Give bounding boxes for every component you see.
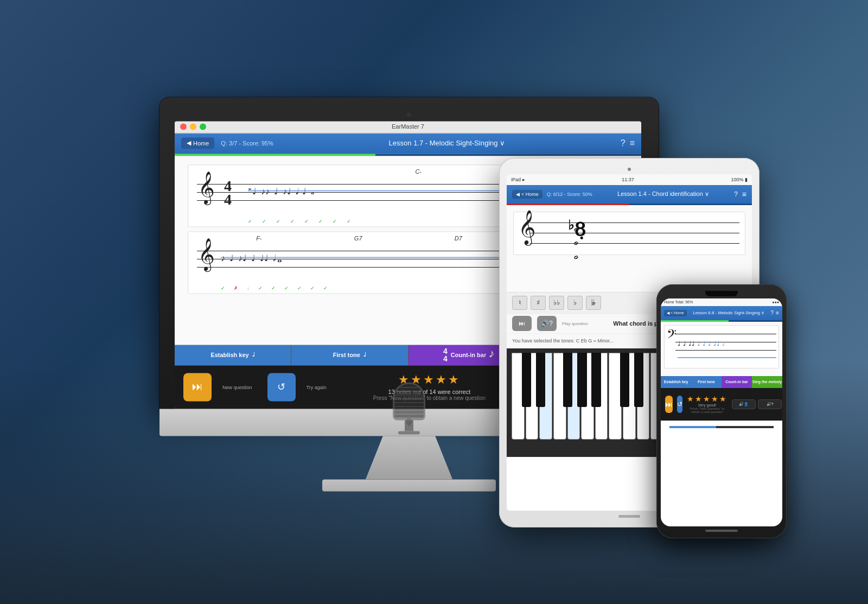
ipad-device-label: iPad ▸ — [511, 177, 525, 182]
key-c[interactable] — [512, 353, 525, 440]
key-a[interactable] — [581, 353, 594, 440]
ipad-staff: 𝄞 ♭8̣ 𝅗 𝅗 𝅗 — [513, 212, 745, 255]
iphone-results-bar: ⏭ ↺ ★★★★★ Very good! Press "New question… — [661, 388, 782, 421]
menu-icon[interactable]: ≡ — [630, 138, 635, 148]
iphone-progress-section — [661, 421, 782, 434]
music-note-icon: ♩ — [252, 351, 255, 358]
iphone-retry-icon: ↺ — [677, 400, 682, 408]
results-center: ★★★★★ 13 notes out of 14 were correct Pr… — [335, 373, 524, 401]
key-e[interactable] — [539, 353, 552, 440]
star-rating: ★★★★★ — [335, 373, 524, 387]
iphone-screen: Home Total: 56% ●●● ◀ < Home Lesson 6.8 … — [661, 298, 782, 526]
first-tone-button[interactable]: First tone ♩ — [291, 345, 407, 365]
key-f[interactable] — [553, 353, 566, 440]
back-arrow-icon: ◀ — [516, 192, 520, 197]
iphone-play-answer-btn[interactable]: 🔊👤 — [732, 399, 756, 409]
iphone-home-total: Home Total: 56% — [664, 300, 693, 304]
app-title: EarMaster 7 — [392, 123, 424, 130]
iphone-notch — [705, 291, 738, 296]
iphone-device: Home Total: 56% ●●● ◀ < Home Lesson 6.8 … — [656, 284, 787, 538]
establish-label: Establish key — [210, 352, 248, 358]
close-btn[interactable] — [180, 123, 187, 130]
new-question-button[interactable]: ⏭ — [183, 373, 212, 401]
iphone-notes: ♩ ♩ ♩♩ ♩ ♩ ♩ ♩♩ ♩ — [678, 329, 776, 359]
key-e2[interactable] — [637, 353, 650, 440]
ipad-lesson-title: Lesson 1.4 - Chord identification ∨ — [597, 190, 730, 198]
establish-key-button[interactable]: Establish key ♩ — [175, 345, 291, 365]
help-icon[interactable]: ? — [621, 138, 626, 148]
ipad-play-label: Play question — [562, 321, 588, 326]
key-d[interactable] — [526, 353, 539, 440]
iphone-new-question-button[interactable]: ⏭ — [665, 396, 673, 413]
ipad-menu-icon[interactable]: ≡ — [742, 190, 746, 199]
ipad-home-indicator — [618, 515, 640, 518]
key-d2[interactable] — [623, 353, 636, 440]
iphone-lesson-title: Lesson 6.8 - Melodic Sight-Singing ∨ — [689, 310, 769, 315]
key-g[interactable] — [567, 353, 580, 440]
first-tone-label: First tone — [333, 352, 360, 358]
key-b[interactable] — [595, 353, 608, 440]
ipad-battery: 100% ▮ — [731, 177, 748, 182]
imac-base — [322, 479, 496, 491]
iphone-establish-button[interactable]: Establish key — [661, 376, 691, 388]
iphone-home-button[interactable]: ◀ < Home — [664, 310, 687, 316]
iphone-count-button[interactable]: Count-in bar — [722, 376, 752, 388]
key-c2[interactable] — [609, 353, 622, 440]
iphone-help-icon[interactable]: ? — [771, 310, 774, 316]
iphone-first-tone-button[interactable]: First tone — [691, 376, 722, 388]
iphone-status-bar: Home Total: 56% ●●● — [661, 298, 782, 306]
ipad-play-question-btn[interactable]: 🔊? — [537, 316, 557, 331]
retry-icon: ↺ — [277, 381, 285, 393]
minimize-btn[interactable] — [190, 123, 196, 130]
iphone-home-bar — [705, 530, 738, 532]
ipad-camera — [628, 168, 631, 171]
imac-stand — [366, 436, 452, 479]
iphone-loading-bar — [669, 426, 774, 428]
treble-clef-2: 𝄞 — [198, 240, 215, 269]
iphone-sung-line — [678, 357, 776, 358]
new-question-label: New question — [222, 385, 252, 390]
iphone-sing-button[interactable]: Sing the melody — [752, 376, 782, 388]
iphone-play-buttons: 🔊👤 🔊? — [732, 399, 782, 409]
iphone-phase-buttons: Establish key First tone Count-in bar Si… — [661, 376, 782, 388]
iphone-toolbar: ◀ < Home Lesson 6.8 - Melodic Sight-Sing… — [661, 306, 782, 320]
iphone-menu-icon[interactable]: ≡ — [776, 310, 779, 316]
note-icon: ♩ — [363, 351, 366, 358]
try-again-label: Try again — [307, 385, 327, 390]
iphone-star-rating: ★★★★★ — [687, 395, 727, 403]
double-flat-button[interactable]: ♭♭ — [549, 296, 564, 310]
iphone-play-question-btn[interactable]: 🔊? — [758, 399, 782, 409]
ipad-home-button[interactable]: ◀ < Home — [512, 190, 542, 199]
imac-camera — [407, 112, 411, 117]
double-flat2-button[interactable]: 𝄫 — [586, 296, 601, 310]
maximize-btn[interactable] — [200, 123, 206, 130]
iphone-staff: 𝄢 ♩ ♩ ♩♩ ♩ ♩ ♩ ♩♩ ♩ — [664, 325, 779, 368]
iphone-press-text: Press "New question" to obtain a new que… — [687, 407, 727, 414]
main-toolbar: ◀ Home Q: 3/7 - Score: 95% Lesson 1.7 - … — [175, 133, 641, 154]
iphone-speaker-user-icon: 🔊👤 — [736, 402, 752, 406]
home-label: Home — [193, 140, 209, 147]
flat-button[interactable]: ♭ — [567, 296, 583, 310]
skip-icon: ⏭ — [192, 380, 203, 393]
ipad-toolbar: ◀ < Home Q: 6/12 - Score: 50% Lesson 1.4… — [507, 185, 752, 204]
ipad-score: Q: 6/12 - Score: 50% — [547, 192, 592, 197]
iphone-battery: ●●● — [772, 300, 779, 304]
home-button[interactable]: ◀ Home — [181, 137, 214, 149]
chord-f-minor: F- — [256, 235, 261, 241]
ipad-staff-lines — [530, 218, 739, 250]
chord-g7b: G7 — [354, 235, 362, 241]
title-bar: EarMaster 7 — [175, 121, 641, 133]
ipad-help-icon[interactable]: ? — [734, 190, 738, 198]
ipad-treble-clef: 𝄞 — [518, 212, 536, 242]
try-again-button[interactable]: ↺ — [267, 373, 296, 401]
ipad-play-button[interactable]: ⏭ — [512, 316, 532, 331]
natural-button[interactable]: ♮ — [512, 296, 527, 310]
ipad-answer-text: You have selected the tones: C Eb G = Mi… — [512, 338, 614, 344]
press-new-question-text: Press "New question" to obtain a new que… — [335, 395, 524, 401]
count-label: Count-in bar — [451, 352, 486, 358]
ipad-time: 11:37 — [622, 177, 634, 182]
sharp-button[interactable]: ♯ — [531, 296, 546, 310]
ipad-sheet-music: 𝄞 ♭8̣ 𝅗 𝅗 𝅗 — [507, 205, 752, 292]
iphone-retry-button[interactable]: ↺ — [677, 396, 682, 413]
ipad-status-bar: iPad ▸ 11:37 100% ▮ — [507, 174, 752, 185]
